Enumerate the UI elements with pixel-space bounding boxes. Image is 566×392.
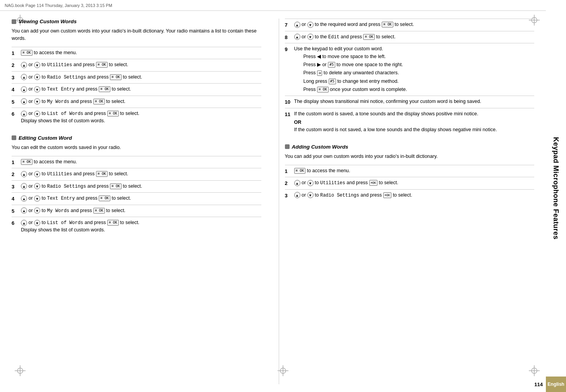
section2-description: You can edit the custom words saved in y… [12, 144, 261, 151]
btn-ok-complete: ⌘ OK [317, 87, 329, 92]
section1-icon [12, 19, 16, 24]
btn-ok: ⌘ OK [107, 111, 119, 116]
step-9-substeps: Press ◀ to move one space to the left. P… [294, 53, 535, 94]
step-2-add: 2 ▲ or ▼ to Utilities and press ⌘OK to s… [285, 177, 535, 189]
btn-up: ▲ [21, 171, 27, 177]
step-4-edit: 4 ▲ or ▼ to Text Entry and press ⌘ OK to… [12, 192, 261, 205]
step-2-view: 2 ▲ or ▼ to Utilities and press ⌘ OK to … [12, 59, 261, 71]
btn-down: ▼ [34, 220, 40, 226]
btn-down: ▼ [34, 86, 40, 92]
btn-ok: ⌘ OK [96, 171, 108, 177]
step-2-edit: 2 ▲ or ▼ to Utilities and press ⌘ OK to … [12, 168, 261, 180]
btn-down: ▼ [307, 34, 314, 40]
btn-ok: ⌘ OK [93, 208, 105, 214]
step-5-view: 5 ▲ or ▼ to My Words and press ⌘ OK to s… [12, 96, 261, 108]
section2-title: Editing Custom Word [12, 135, 261, 141]
btn-ok: ⌘ OK [382, 22, 393, 27]
top-bar-text: NAG.book Page 114 Thursday, January 3, 2… [5, 3, 112, 8]
btn-ok: ⌘ OK [110, 74, 122, 80]
section-editing-custom-word: Editing Custom Word You can edit the cus… [12, 135, 261, 236]
step-3-view: 3 ▲ or ▼ to Radio Settings and press ⌘ O… [12, 71, 261, 84]
sidebar-english-box: English [546, 377, 566, 392]
btn-ok: ⌘ OK [93, 99, 105, 104]
btn-down: ▼ [307, 22, 314, 28]
btn-down: ▼ [34, 111, 40, 117]
step-11: 11 If the custom word is saved, a tone s… [285, 108, 535, 135]
section-adding-custom-words: Adding Custom Words You can add your own… [285, 144, 535, 201]
or-label: OR [294, 117, 535, 126]
sidebar-rotated-label: Keypad Microphone Features [546, 0, 566, 377]
top-bar: NAG.book Page 114 Thursday, January 3, 2… [0, 0, 566, 11]
section1-title: Viewing Custom Words [12, 19, 261, 24]
sidebar-english-label: English [547, 382, 564, 387]
btn-down: ▼ [34, 171, 40, 177]
btn-down: ▼ [34, 62, 40, 68]
section1-description: You can add your own custom words into y… [12, 27, 261, 42]
step-1-edit: 1 ⌘ OK to access the menu. [12, 156, 261, 168]
btn-back: ⌫ [317, 70, 322, 76]
btn-up: ▲ [21, 74, 27, 80]
btn-down: ▼ [34, 207, 40, 214]
btn-up: ▲ [294, 22, 300, 28]
btn-down: ▼ [307, 180, 314, 186]
btn-down: ▼ [34, 98, 40, 104]
btn-down: ▼ [34, 195, 40, 202]
btn-up: ▲ [21, 86, 27, 92]
step-4-view: 4 ▲ or ▼ to Text Entry and press ⌘ OK to… [12, 83, 261, 96]
btn-ok: ⌘ OK [363, 34, 375, 40]
step-1-add: 1 ⌘ OK to access the menu. [285, 165, 535, 177]
btn-ok: ⌘ OK [96, 62, 108, 68]
step-10: 10 The display shows transitional mini n… [285, 96, 535, 108]
right-column: 7 ▲ or ▼ to the required word and press … [279, 19, 535, 384]
step-9: 9 Use the keypad to edit your custom wor… [285, 43, 535, 96]
btn-menu-add1: ⌘ OK [294, 168, 306, 174]
step-7: 7 ▲ or ▼ to the required word and press … [285, 19, 535, 31]
btn-ok: ⌘ OK [110, 183, 122, 189]
section-viewing-custom-words: Viewing Custom Words You can add your ow… [12, 19, 261, 127]
btn-up: ▲ [294, 180, 300, 186]
right-sidebar: Keypad Microphone Features English [546, 0, 566, 392]
section2-icon [12, 135, 16, 140]
step-8: 8 ▲ or ▼ to the Edit and press ⌘ OK to s… [285, 31, 535, 43]
btn-down: ▼ [307, 192, 314, 198]
btn-ok: ⌘ OK [99, 195, 110, 201]
btn-hash5b: #5 [329, 79, 336, 84]
btn-up: ▲ [294, 192, 300, 198]
btn-ok: ⌘OK [369, 180, 378, 186]
btn-hash5: #5 [328, 62, 335, 68]
step-1-view: 1 ⌘ OK to access the menu. [12, 47, 261, 59]
btn-up: ▲ [21, 195, 27, 202]
btn-down: ▼ [34, 183, 40, 189]
section3-description: You can add your own custom words into y… [285, 153, 535, 160]
step-6-view: 6 ▲ or ▼ to List of Words and press ⌘ OK… [12, 108, 261, 127]
step-6-edit: 6 ▲ or ▼ to List of Words and press ⌘ OK… [12, 217, 261, 236]
left-column: Viewing Custom Words You can add your ow… [12, 19, 267, 384]
btn-ok: ⌘OK [383, 192, 392, 198]
main-content: Viewing Custom Words You can add your ow… [0, 11, 546, 392]
btn-menu-edit1: ⌘ OK [21, 159, 33, 165]
btn-up: ▲ [21, 111, 27, 117]
btn-up: ▲ [21, 62, 27, 68]
btn-ok: ⌘ OK [107, 220, 119, 226]
btn-up: ▲ [21, 98, 27, 104]
section3-title: Adding Custom Words [285, 144, 535, 150]
step-5-edit: 5 ▲ or ▼ to My Words and press ⌘ OK to s… [12, 205, 261, 217]
btn-up: ▲ [21, 207, 27, 214]
step-3-edit: 3 ▲ or ▼ to Radio Settings and press ⌘ O… [12, 180, 261, 193]
btn-up: ▲ [21, 220, 27, 226]
btn-down: ▼ [34, 74, 40, 80]
btn-menu: ⌘ OK [21, 50, 33, 56]
btn-up: ▲ [21, 183, 27, 189]
section3-icon [285, 144, 290, 149]
btn-ok: ⌘ OK [99, 86, 110, 92]
btn-up: ▲ [294, 34, 300, 40]
step-3-add: 3 ▲ or ▼ to Radio Settings and press ⌘OK… [285, 189, 535, 202]
